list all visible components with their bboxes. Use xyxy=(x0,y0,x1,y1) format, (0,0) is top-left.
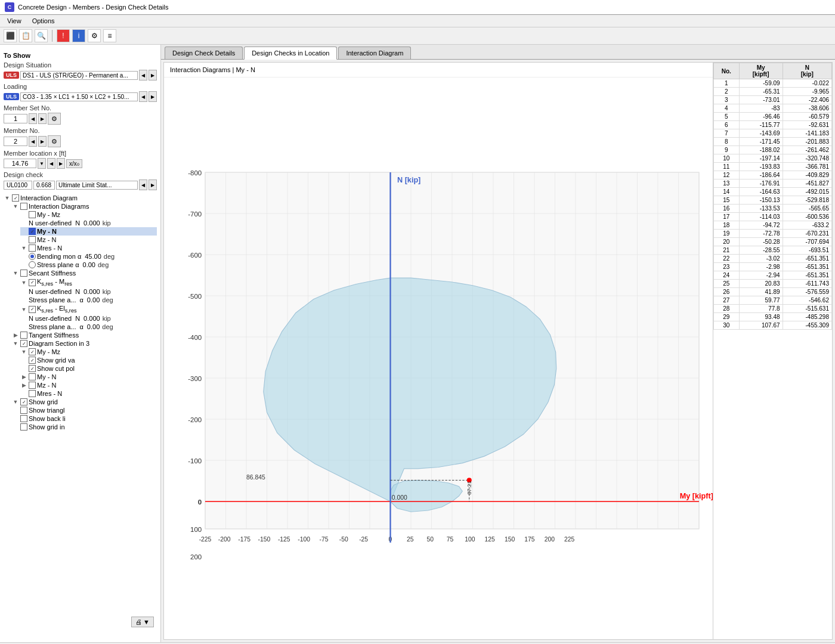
location-prev[interactable]: ◀ xyxy=(47,158,55,169)
member-no-prev[interactable]: ◀ xyxy=(29,136,37,147)
location-fraction-btn[interactable]: x/x₀ xyxy=(66,159,82,168)
cb-show-grid[interactable] xyxy=(20,398,27,405)
cb-ks-mres[interactable] xyxy=(29,279,36,286)
design-check-type[interactable]: Ultimate Limit Stat... xyxy=(56,181,138,190)
member-set-prev[interactable]: ◀ xyxy=(29,113,37,124)
expand-my-n[interactable] xyxy=(20,228,27,235)
expand-show-grid[interactable]: ▼ xyxy=(12,398,19,405)
expand-ds-my-mz[interactable]: ▼ xyxy=(20,348,27,355)
cb-ds-my-n[interactable] xyxy=(29,373,36,380)
table-cell: -455.309 xyxy=(783,321,831,330)
location-dropdown[interactable]: ▼ xyxy=(38,158,46,169)
expand-n-user[interactable] xyxy=(20,219,27,227)
menu-options[interactable]: Options xyxy=(27,16,60,26)
table-cell: -651.351 xyxy=(783,263,831,271)
print-btn[interactable]: 🖨 ▼ xyxy=(131,617,154,627)
expand-ks-els[interactable]: ▼ xyxy=(20,306,27,313)
svg-text:-100: -100 xyxy=(188,457,202,465)
results-table: No. My[kipft] N[kip] 1-59.09-0.0222-65.3… xyxy=(713,63,832,330)
radio-bending-mon[interactable] xyxy=(29,253,36,260)
table-row: 19-72.78-670.231 xyxy=(714,230,832,238)
member-no-next[interactable]: ▶ xyxy=(38,136,47,147)
design-check-next[interactable]: ▶ xyxy=(149,179,157,190)
unit-stress-plane: deg xyxy=(98,261,109,268)
cb-interaction-diagram[interactable] xyxy=(12,194,19,202)
toolbar-btn-7[interactable]: ≡ xyxy=(103,29,116,42)
radio-stress-plane[interactable] xyxy=(29,261,36,268)
loading-select[interactable]: CO3 - 1.35 × LC1 + 1.50 × LC2 + 1.50... xyxy=(20,92,138,101)
expand-ds-mz-n[interactable]: ▶ xyxy=(20,382,27,389)
toolbar-btn-4[interactable]: ! xyxy=(57,29,70,42)
member-set-input[interactable]: 1 xyxy=(4,114,27,123)
right-panel: Design Check Details Design Checks in Lo… xyxy=(161,45,835,642)
expand-secant-stiffness[interactable]: ▼ xyxy=(12,270,19,277)
tab-design-checks-location[interactable]: Design Checks in Location xyxy=(244,47,337,60)
design-check-ratio[interactable]: 0.668 xyxy=(33,181,55,190)
toolbar-btn-1[interactable]: ⬛ xyxy=(4,29,17,42)
cb-ks-els[interactable] xyxy=(29,306,36,313)
label-show-grid-in: Show grid in xyxy=(29,423,65,431)
val-ks-els-n: N xyxy=(75,315,80,322)
member-location-input[interactable]: 14.76 xyxy=(4,159,36,168)
member-set-next[interactable]: ▶ xyxy=(38,113,47,124)
expand-my-mz[interactable] xyxy=(20,211,27,218)
table-row: 21-28.55-693.51 xyxy=(714,246,832,255)
tab-interaction-diagram[interactable]: Interaction Diagram xyxy=(338,47,411,59)
design-check-code[interactable]: UL0100 xyxy=(4,181,32,190)
loading-next[interactable]: ▶ xyxy=(149,91,157,102)
loading-row: ULS CO3 - 1.35 × LC1 + 1.50 × LC2 + 1.50… xyxy=(4,91,157,102)
cb-ds-mz-n[interactable] xyxy=(29,382,36,389)
table-cell: 22 xyxy=(714,255,740,263)
cb-tangent-stiffness[interactable] xyxy=(20,332,27,339)
expand-mres-n[interactable]: ▼ xyxy=(20,244,27,252)
cb-mz-n[interactable] xyxy=(29,236,36,243)
member-no-config[interactable]: ⚙ xyxy=(48,135,61,147)
cb-interaction-diagrams[interactable] xyxy=(20,203,27,210)
loading-prev[interactable]: ◀ xyxy=(139,91,147,102)
print-dropdown[interactable]: ▼ xyxy=(143,618,150,626)
tab-design-check-details[interactable]: Design Check Details xyxy=(165,47,243,59)
expand-ds-mres-n[interactable] xyxy=(20,390,27,397)
cb-show-cut-pol[interactable] xyxy=(29,365,36,372)
chart-main: Interaction Diagrams | My - N xyxy=(164,63,713,639)
member-no-input[interactable]: 2 xyxy=(4,137,27,146)
cb-show-grid-in[interactable] xyxy=(20,423,27,431)
member-set-config[interactable]: ⚙ xyxy=(48,113,61,125)
cb-show-grid-va[interactable] xyxy=(29,357,36,364)
expand-ds-my-n[interactable]: ▶ xyxy=(20,373,27,380)
cb-mres-n[interactable] xyxy=(29,244,36,252)
design-situation-select[interactable]: DS1 - ULS (STR/GEO) - Permanent a... xyxy=(20,71,138,80)
cb-ds-my-mz[interactable] xyxy=(29,348,36,355)
design-situation-prev[interactable]: ◀ xyxy=(139,70,147,80)
location-next[interactable]: ▶ xyxy=(57,158,65,169)
expand-ks-mres[interactable]: ▼ xyxy=(20,279,27,286)
col-header-no: No. xyxy=(714,63,740,79)
expand-tangent-stiffness[interactable]: ▶ xyxy=(12,332,19,339)
menu-view[interactable]: View xyxy=(2,16,26,26)
cb-show-triang[interactable] xyxy=(20,407,27,414)
table-cell: 18 xyxy=(714,221,740,230)
tree-ks-mres: ▼ Ks,res - Mres xyxy=(20,277,157,287)
table-cell: -529.818 xyxy=(783,196,831,205)
design-check-prev[interactable]: ◀ xyxy=(139,179,147,190)
table-row: 2877.8-515.631 xyxy=(714,305,832,313)
toolbar-btn-2[interactable]: 📋 xyxy=(19,29,32,42)
cb-ds-mres-n[interactable] xyxy=(29,390,36,397)
expand-interaction-diagrams[interactable]: ▼ xyxy=(12,203,19,210)
cb-diagram-section[interactable] xyxy=(20,340,27,347)
table-cell: -611.743 xyxy=(783,280,831,288)
table-cell: 27 xyxy=(714,296,740,305)
expand-mz-n[interactable] xyxy=(20,236,27,243)
design-situation-next[interactable]: ▶ xyxy=(149,70,157,80)
toolbar-btn-6[interactable]: ⚙ xyxy=(88,29,101,42)
num-n-user: 0.000 xyxy=(84,219,100,227)
toolbar-btn-3[interactable]: 🔍 xyxy=(35,29,48,42)
toolbar-btn-5[interactable]: i xyxy=(72,29,85,42)
cb-secant-stiffness[interactable] xyxy=(20,270,27,277)
cb-my-mz[interactable] xyxy=(29,211,36,218)
cb-my-n[interactable] xyxy=(29,228,36,235)
expand-diagram-section[interactable]: ▼ xyxy=(12,340,19,347)
expand-interaction-diagram[interactable]: ▼ xyxy=(4,194,11,202)
cb-show-back[interactable] xyxy=(20,415,27,422)
label-show-grid-va: Show grid va xyxy=(37,357,75,364)
